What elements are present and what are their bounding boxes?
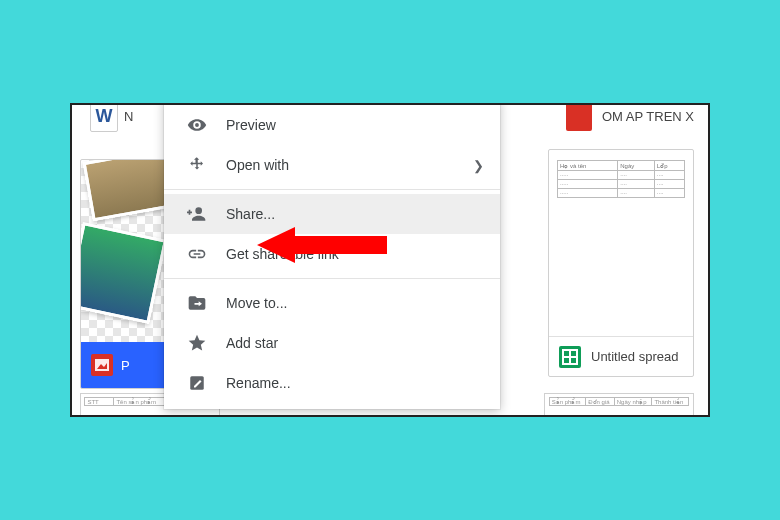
star-icon xyxy=(182,333,212,353)
menu-label: Preview xyxy=(226,117,276,133)
file-item-doc[interactable]: Sản phẩmĐơn giáNgày nhậpThành tiền xyxy=(544,393,694,417)
word-icon: W xyxy=(90,103,118,132)
google-sheets-icon xyxy=(559,346,581,368)
folder-move-icon xyxy=(182,293,212,313)
file-name: Untitled spread xyxy=(591,349,678,364)
menu-item-move-to[interactable]: Move to... xyxy=(164,283,500,323)
menu-label: Move to... xyxy=(226,295,287,311)
menu-separator xyxy=(164,278,500,279)
google-drive-view: W N OM AP TREN X P Họ và tênNgàyLớp ···· xyxy=(70,103,710,417)
menu-separator xyxy=(164,189,500,190)
menu-label: Rename... xyxy=(226,375,291,391)
file-footer: Untitled spread xyxy=(549,336,693,376)
menu-item-open-with[interactable]: Open with ❯ xyxy=(164,145,500,185)
eye-icon xyxy=(182,115,212,135)
link-icon xyxy=(182,244,212,264)
person-add-icon xyxy=(182,204,212,224)
file-name-fragment: N xyxy=(124,109,133,124)
move-arrows-icon xyxy=(182,156,212,174)
spreadsheet-preview: Họ và tênNgàyLớp ············· ·········… xyxy=(549,150,693,336)
file-item-word[interactable]: W N xyxy=(90,103,133,132)
context-menu: Preview Open with ❯ Share... Get shareab… xyxy=(164,103,500,409)
menu-label: Add star xyxy=(226,335,278,351)
svg-point-3 xyxy=(195,207,202,214)
menu-item-share[interactable]: Share... xyxy=(164,194,500,234)
file-name: P xyxy=(121,358,130,373)
menu-label: Get shareable link xyxy=(226,246,339,262)
image-icon xyxy=(91,354,113,376)
rename-icon xyxy=(182,374,212,392)
menu-label: Share... xyxy=(226,206,275,222)
menu-item-add-star[interactable]: Add star xyxy=(164,323,500,363)
menu-item-preview[interactable]: Preview xyxy=(164,105,500,145)
file-item-spreadsheet[interactable]: Họ và tênNgàyLớp ············· ·········… xyxy=(548,149,694,377)
chevron-right-icon: ❯ xyxy=(473,158,484,173)
svg-point-2 xyxy=(195,123,199,127)
file-item-pdf[interactable]: OM AP TREN X xyxy=(566,103,694,131)
pdf-icon xyxy=(566,103,592,131)
menu-label: Open with xyxy=(226,157,289,173)
menu-item-get-link[interactable]: Get shareable link xyxy=(164,234,500,274)
file-name-fragment: OM AP TREN X xyxy=(602,109,694,124)
menu-item-rename[interactable]: Rename... xyxy=(164,363,500,403)
